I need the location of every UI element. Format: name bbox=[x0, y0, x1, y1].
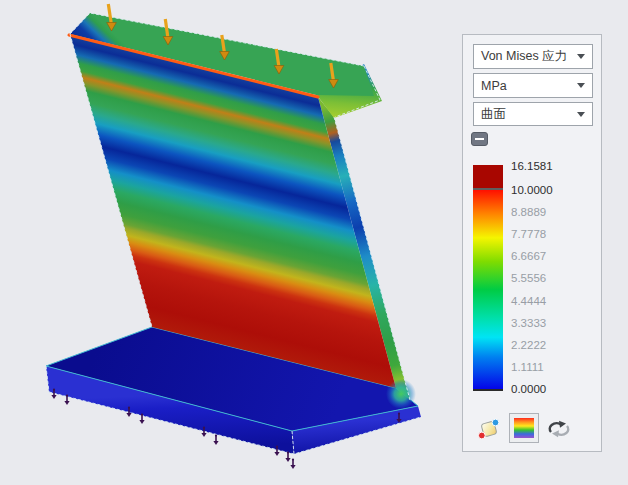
color-map-icon bbox=[514, 418, 534, 438]
result-type-value: Von Mises 应力 bbox=[481, 48, 567, 65]
legend-tick-label: 8.8889 bbox=[511, 206, 546, 218]
app-window: { "window": { "background_color": "#e9ea… bbox=[0, 0, 628, 485]
legend-tick-label: 6.6667 bbox=[511, 250, 546, 262]
collapse-legend-button[interactable] bbox=[471, 132, 488, 146]
legend-gradient-bar bbox=[473, 190, 503, 389]
legend-tick-label: 3.3333 bbox=[511, 317, 546, 329]
fixture-glyph bbox=[290, 458, 295, 469]
color-map-button[interactable] bbox=[509, 413, 539, 443]
chevron-down-icon bbox=[577, 83, 585, 88]
legend-tick-label: 1.1111 bbox=[511, 361, 544, 373]
legend-toolbar bbox=[463, 411, 603, 449]
probe-min-max-icon bbox=[477, 417, 501, 441]
legend-tick-label: 0.0000 bbox=[511, 383, 546, 395]
legend-min-marker bbox=[473, 389, 503, 391]
legend-tick-label: 10.0000 bbox=[511, 184, 553, 196]
legend-tick-label: 5.5556 bbox=[511, 272, 546, 284]
fixture-glyph bbox=[285, 451, 290, 462]
minus-icon bbox=[475, 138, 484, 140]
display-mode-dropdown[interactable]: 曲面 bbox=[473, 102, 593, 126]
legend-tick-label: 16.1581 bbox=[511, 160, 553, 172]
probe-min-max-button[interactable] bbox=[477, 417, 501, 441]
refresh-arrows-icon bbox=[547, 419, 571, 439]
stress-hotspot bbox=[386, 379, 416, 409]
chevron-down-icon bbox=[577, 112, 585, 117]
unit-dropdown[interactable]: MPa bbox=[473, 73, 593, 98]
legend-tick-label: 7.7778 bbox=[511, 228, 546, 240]
result-type-dropdown[interactable]: Von Mises 应力 bbox=[473, 44, 593, 69]
result-legend-panel: Von Mises 应力 MPa 曲面 16.158110.00008.8889… bbox=[462, 34, 602, 452]
legend-tick-label: 4.4444 bbox=[511, 295, 546, 307]
refresh-plot-button[interactable] bbox=[547, 419, 571, 439]
legend-max-block bbox=[473, 165, 503, 188]
chevron-down-icon bbox=[577, 54, 585, 59]
legend-tick-label: 2.2222 bbox=[511, 339, 546, 351]
fixture-glyph bbox=[213, 434, 218, 445]
unit-value: MPa bbox=[481, 79, 507, 93]
display-mode-value: 曲面 bbox=[481, 106, 506, 123]
